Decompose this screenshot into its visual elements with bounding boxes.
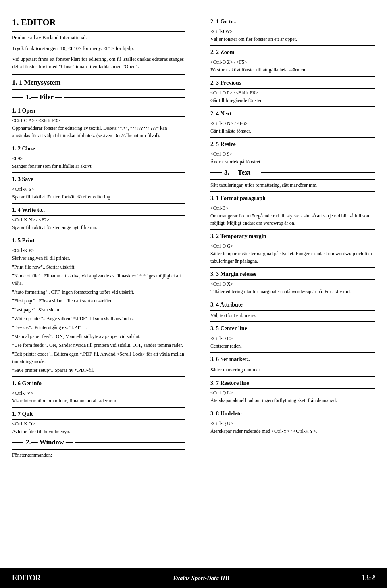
divider-save (12, 172, 185, 173)
s3-text: Sätt tabuleringar, utför formattering, s… (210, 181, 375, 189)
divider-close-thin (12, 154, 185, 154)
s2-4-shortcut: <Ctrl-O N> / <F6> (210, 121, 375, 127)
s2-3-text: Går till föregående fönster. (210, 97, 375, 104)
s1-5-text12: "Save printer setup".. Sparar ny *.PDF-f… (12, 367, 185, 374)
s1-2-heading: 1. 2 Close (12, 146, 185, 152)
divider-write-thin (12, 215, 185, 216)
s2-4-heading: 2. 4 Next (210, 111, 375, 117)
divider-zoom-thin (210, 58, 375, 58)
s3-1-heading: 3. 1 Format paragraph (210, 195, 375, 202)
divider-resize-thin (210, 150, 375, 150)
s1-4-heading: 1. 4 Write to.. (12, 207, 185, 213)
top-divider-right (210, 15, 375, 15)
filer-deco-right (64, 97, 185, 98)
window-text: Fönsterkommandon: (12, 451, 185, 459)
divider-close (12, 142, 185, 142)
s1-4-shortcut: <Ctrl-K N> / <F2> (12, 217, 185, 223)
s3-2-shortcut: <Ctrl-O G> (210, 243, 375, 249)
s1-1-heading: 1. 1 Open (12, 108, 185, 114)
s3-8-heading: 3. 8 Undelete (210, 411, 375, 417)
section-filer-heading: 1.— Filer — (12, 93, 185, 101)
s3-5-heading: 3. 5 Center line (210, 325, 375, 332)
text-deco-left (210, 172, 222, 173)
divider-quit-thin (12, 419, 185, 420)
s1-1-shortcut: <Ctrl-O A> / <Shift-F3> (12, 118, 185, 124)
divider-getinfo-thin (12, 389, 185, 389)
main-title: 1. EDITOR (12, 17, 185, 27)
s1-5-text3: "Name of file".. Filnamn att skriva, vid… (12, 272, 185, 287)
s1-3-shortcut: <Ctrl-K S> (12, 186, 185, 192)
s2-5-shortcut: <Ctrl-O S> (210, 151, 375, 157)
s3-3-heading: 3. 3 Margin release (210, 271, 375, 277)
s1-7-shortcut: <Ctrl-K Q> (12, 421, 185, 427)
divider-zoom (210, 45, 375, 46)
s2-3-heading: 2. 3 Previous (210, 80, 375, 86)
s3-2-text: Sätter temporär vänstermarginal på styck… (210, 250, 375, 265)
right-column: 2. 1 Go to.. <Ctrl-J W> Väljer fönster o… (210, 12, 375, 564)
s3-4-text: Välj textfont enl. meny. (210, 312, 375, 319)
window-deco-right (75, 442, 185, 443)
divider-window (12, 449, 185, 450)
divider-format-thin (210, 204, 375, 204)
divider-undelete-thin (210, 419, 375, 419)
divider-after-menysystem (12, 89, 185, 90)
divider-restore-thin (210, 388, 375, 389)
s1-5-text1: Skriver angiven fil till printer. (12, 254, 185, 262)
footer-right: 13:2 (362, 574, 375, 582)
divider-setmarker (210, 352, 375, 353)
divider-marginrelease (210, 267, 375, 268)
s1-7-heading: 1. 7 Quit (12, 411, 185, 417)
s1-3-heading: 1. 3 Save (12, 176, 185, 183)
s2-1-text: Väljer fönster om fler fönster än ett är… (210, 35, 375, 43)
s1-5-text5: "First page".. Första sidan i filen att … (12, 297, 185, 304)
s1-5-text8: "Device:".. Printerutgång ex. "LPT1:". (12, 324, 185, 331)
divider-previous (210, 76, 375, 77)
s2-1-heading: 2. 1 Go to.. (210, 19, 375, 25)
divider-text-section (210, 179, 375, 180)
s1-5-text4: "Auto formatting".. OFF, ingen formatter… (12, 288, 185, 296)
s3-5-shortcut: <Ctrl-O C> (210, 336, 375, 342)
section-menysystem: 1. 1 Menysystem (12, 79, 185, 87)
s2-4-text: Går till nästa fönster. (210, 127, 375, 135)
divider-resize (210, 137, 375, 138)
s1-5-text10: "Use form feeds".. ON, Sänder nysida til… (12, 342, 185, 349)
divider-print-thin (12, 246, 185, 246)
s3-3-shortcut: <Ctrl-O X> (210, 281, 375, 287)
intro3: Vid uppstart finns ett fönster klart för… (12, 56, 185, 71)
s1-2-shortcut: <F9> (12, 156, 185, 162)
filer-deco-left (12, 97, 23, 98)
s3-4-heading: 3. 4 Attribute (210, 302, 375, 308)
text-label: 3.— Text — (224, 169, 259, 177)
divider-attribute-thin (210, 310, 375, 311)
s2-1-shortcut: <Ctrl-J W> (210, 29, 375, 35)
s3-8-shortcut: <Ctrl-Q U> (210, 421, 375, 427)
divider-center-thin (210, 334, 375, 334)
intro1: Producerad av Borland International. (12, 34, 185, 42)
divider-setmarker-thin (210, 365, 375, 365)
divider-previous-thin (210, 88, 375, 89)
top-divider-left (12, 15, 185, 15)
s3-5-text: Centrerar raden. (210, 342, 375, 350)
s2-5-text: Ändrar storlek på fönstret. (210, 158, 375, 165)
s1-4-text: Sparar fil i aktivt fönster, ange nytt f… (12, 224, 185, 231)
column-divider (198, 12, 198, 564)
intro2: Tryck funktionstangent 10, <F10> för men… (12, 45, 185, 52)
filer-label: 1.— Filer — (26, 93, 62, 101)
divider-getinfo (12, 376, 185, 377)
divider-format (210, 191, 375, 192)
divider-quit (12, 407, 185, 408)
footer-center: Evalds Sport-Data HB (173, 575, 229, 582)
text-deco-right (261, 172, 375, 173)
s1-5-heading: 1. 5 Print (12, 238, 185, 244)
s3-6-heading: 3. 6 Set marker.. (210, 356, 375, 363)
s1-5-shortcut: <Ctrl-K P> (12, 248, 185, 254)
divider-restore (210, 376, 375, 377)
divider-attribute (210, 298, 375, 298)
title-divider (12, 31, 185, 32)
s2-5-heading: 2. 5 Resize (210, 141, 375, 148)
s3-8-text: Återskapar rader raderade med <Ctrl-Y> /… (210, 427, 375, 435)
s2-3-shortcut: <Ctrl-O P> / <Shift-F6> (210, 90, 375, 96)
s1-3-text: Sparar fil i aktivt fönster, fortsätt dä… (12, 193, 185, 200)
divider-undelete (210, 407, 375, 407)
divider-tempmargin-thin (210, 242, 375, 242)
